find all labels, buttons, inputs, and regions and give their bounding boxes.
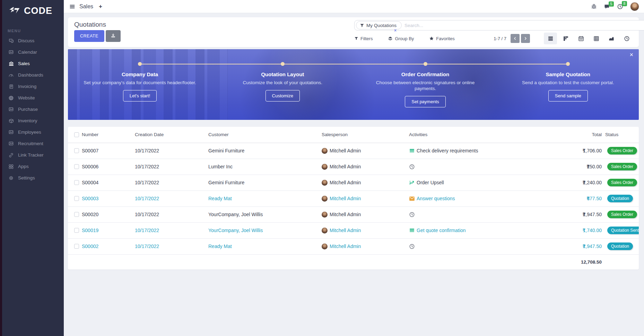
cell-salesperson[interactable]: Mitchell Admin — [322, 175, 409, 191]
column-header-activities[interactable]: Activities — [409, 127, 566, 143]
table-row[interactable]: S0000410/17/2022Gemini FurnitureMitchell… — [68, 175, 639, 191]
sidebar-item-inventory[interactable]: Inventory — [2, 115, 64, 126]
cell-salesperson[interactable]: Mitchell Admin — [322, 159, 409, 175]
sidebar-item-calendar[interactable]: Calendar — [2, 46, 64, 58]
user-avatar[interactable] — [630, 2, 639, 11]
filters-button[interactable]: Filters — [354, 36, 373, 41]
search-facet-chip[interactable]: My Quotations × — [356, 21, 402, 29]
debug-bug-icon[interactable] — [591, 3, 597, 9]
view-switch-kanban[interactable] — [559, 33, 572, 44]
cell-customer[interactable]: Gemini Furniture — [208, 143, 322, 159]
sidebar-item-website[interactable]: Website — [2, 92, 64, 104]
facet-remove-icon[interactable]: × — [394, 28, 397, 33]
table-row[interactable]: S0000710/17/2022Gemini FurnitureMitchell… — [68, 143, 639, 159]
cell-activity[interactable] — [409, 206, 566, 222]
cell-customer[interactable]: Ready Mat — [208, 238, 322, 254]
table-row[interactable]: S0000310/17/2022Ready MatMitchell AdminA… — [68, 191, 639, 206]
sidebar-item-sales[interactable]: Sales — [2, 58, 64, 69]
table-row[interactable]: S0000210/17/2022Ready MatMitchell Admin₹… — [68, 238, 639, 254]
cell-number[interactable]: S00006 — [82, 159, 135, 175]
sidebar-item-apps[interactable]: Apps — [2, 161, 64, 172]
create-button[interactable]: CREATE — [74, 30, 104, 42]
pager-next-button[interactable] — [521, 34, 530, 43]
cell-number[interactable]: S00007 — [82, 143, 135, 159]
cell-salesperson[interactable]: Mitchell Admin — [322, 206, 409, 222]
view-switch-activity[interactable] — [620, 33, 633, 44]
hamburger-menu-icon[interactable] — [69, 4, 75, 9]
row-checkbox[interactable] — [74, 164, 79, 169]
cell-creation-date[interactable]: 10/17/2022 — [135, 191, 208, 206]
cell-salesperson[interactable]: Mitchell Admin — [322, 238, 409, 254]
messages-icon[interactable]: 5 — [604, 4, 610, 9]
cell-number[interactable]: S00004 — [82, 175, 135, 191]
table-row[interactable]: S0000610/17/2022Lumber IncMitchell Admin… — [68, 159, 639, 175]
column-header-number[interactable]: Number — [82, 127, 135, 143]
sidebar-item-settings[interactable]: Settings — [2, 172, 64, 184]
column-header-salesperson[interactable]: Salesperson — [322, 127, 409, 143]
group-by-button[interactable]: Group By — [388, 36, 414, 41]
sidebar-item-recruitment[interactable]: Recruitment — [2, 138, 64, 149]
sidebar-item-discuss[interactable]: Discuss — [2, 35, 64, 46]
pager-previous-button[interactable] — [511, 34, 520, 43]
cell-number[interactable]: S00019 — [82, 222, 135, 238]
cell-creation-date[interactable]: 10/17/2022 — [135, 206, 208, 222]
cell-number[interactable]: S00002 — [82, 238, 135, 254]
cell-activity[interactable]: Get quote confirmation — [409, 222, 566, 238]
view-switch-list[interactable] — [544, 33, 557, 44]
close-icon[interactable]: × — [629, 51, 633, 59]
column-header-creation-date[interactable]: Creation Date — [135, 127, 208, 143]
favorites-button[interactable]: Favorites — [429, 36, 454, 41]
search-input[interactable]: My Quotations × Search... — [354, 20, 644, 30]
cell-activity[interactable]: Answer questions — [409, 191, 566, 206]
cell-customer[interactable]: Gemini Furniture — [208, 175, 322, 191]
column-header-customer[interactable]: Customer — [208, 127, 322, 143]
cell-creation-date[interactable]: 10/17/2022 — [135, 143, 208, 159]
export-button[interactable] — [106, 30, 121, 42]
cell-customer[interactable]: YourCompany, Joel Willis — [208, 206, 322, 222]
app-logo[interactable]: CODE — [2, 0, 64, 16]
cell-creation-date[interactable]: 10/17/2022 — [135, 175, 208, 191]
cell-salesperson[interactable]: Mitchell Admin — [322, 191, 409, 206]
column-header-status[interactable]: Status — [605, 127, 639, 143]
cell-salesperson[interactable]: Mitchell Admin — [322, 143, 409, 159]
sidebar-item-link-tracker[interactable]: Link Tracker — [2, 149, 64, 161]
view-switch-calendar[interactable] — [574, 33, 588, 44]
step-action-button[interactable]: Send sample — [548, 90, 588, 101]
sidebar-item-purchase[interactable]: Purchase — [2, 104, 64, 115]
table-row[interactable]: S0002010/17/2022YourCompany, Joel Willis… — [68, 206, 639, 222]
step-action-button[interactable]: Customize — [266, 90, 300, 101]
cell-customer[interactable]: Ready Mat — [208, 191, 322, 206]
sidebar-item-invoicing[interactable]: Invoicing — [2, 81, 64, 92]
step-action-button[interactable]: Set payments — [405, 96, 446, 107]
cell-salesperson[interactable]: Mitchell Admin — [322, 222, 409, 238]
cell-creation-date[interactable]: 10/17/2022 — [135, 238, 208, 254]
sidebar-item-dashboards[interactable]: Dashboards — [2, 69, 64, 81]
cell-activity[interactable]: Order Upsell — [409, 175, 566, 191]
sidebar-item-employees[interactable]: Employees — [2, 126, 64, 138]
add-tab-button[interactable]: + — [99, 3, 102, 10]
view-switch-graph[interactable] — [605, 33, 618, 44]
cell-number[interactable]: S00020 — [82, 206, 135, 222]
cell-customer[interactable]: Lumber Inc — [208, 159, 322, 175]
row-checkbox[interactable] — [74, 244, 79, 249]
view-switch-pivot[interactable] — [590, 33, 603, 44]
cell-activity[interactable]: Check delivery requirements — [409, 143, 566, 159]
cell-activity[interactable] — [409, 238, 566, 254]
table-row[interactable]: S0001910/17/2022YourCompany, Joel Willis… — [68, 222, 639, 238]
activities-clock-icon[interactable]: 8 — [617, 3, 623, 10]
active-app-title[interactable]: Sales — [79, 3, 93, 10]
row-checkbox[interactable] — [74, 196, 79, 201]
cell-activity[interactable] — [409, 159, 566, 175]
cell-number[interactable]: S00003 — [82, 191, 135, 206]
select-all-checkbox[interactable] — [74, 132, 79, 137]
step-action-button[interactable]: Let's start! — [123, 90, 157, 101]
envelope-icon — [409, 196, 415, 201]
row-checkbox[interactable] — [74, 212, 79, 217]
column-header-total[interactable]: Total — [566, 127, 605, 143]
row-checkbox[interactable] — [74, 180, 79, 185]
cell-creation-date[interactable]: 10/17/2022 — [135, 222, 208, 238]
cell-customer[interactable]: YourCompany, Joel Willis — [208, 222, 322, 238]
row-checkbox[interactable] — [74, 148, 79, 153]
row-checkbox[interactable] — [74, 228, 79, 233]
cell-creation-date[interactable]: 10/17/2022 — [135, 159, 208, 175]
